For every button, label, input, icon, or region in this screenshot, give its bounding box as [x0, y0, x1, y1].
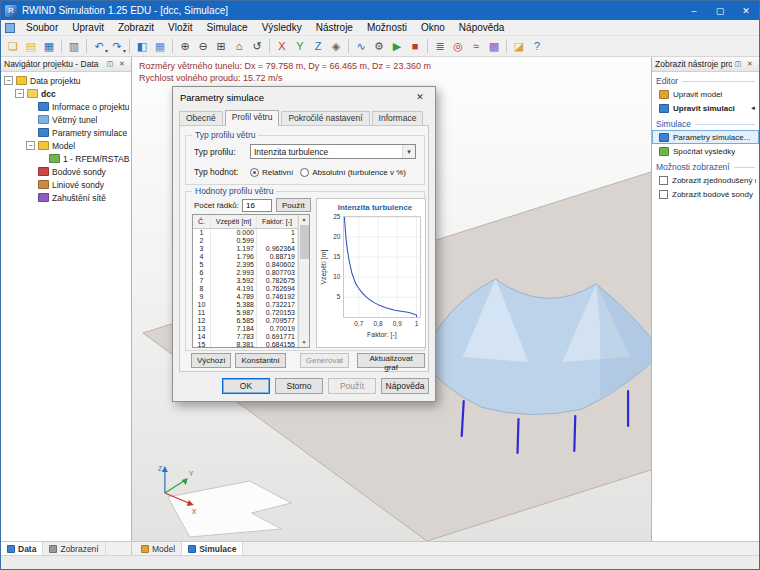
table-row[interactable]: 126.5850.709577	[193, 317, 298, 325]
tab-informace[interactable]: Informace	[372, 111, 424, 125]
point-probe-icon[interactable]: ◎	[449, 38, 467, 55]
aktualizovat-graf-button[interactable]: Aktualizovat graf	[357, 353, 425, 368]
table-row[interactable]: 94.7890.746192	[193, 293, 298, 301]
tree-item-bodove-sondy[interactable]: Bodové sondy	[1, 165, 131, 178]
results-icon[interactable]: ≣	[431, 38, 449, 55]
profile-type-select[interactable]: Intenzita turbulence ▾	[250, 144, 416, 159]
scroll-down-icon[interactable]: ▼	[302, 338, 307, 347]
zoom-window-icon[interactable]: ⊞	[212, 38, 230, 55]
view-y-icon[interactable]: Y	[291, 38, 309, 55]
menu-vlozit[interactable]: Vložit	[161, 21, 199, 34]
apply-rows-button[interactable]: Použít	[276, 198, 311, 212]
tree-item-parametry-simulace[interactable]: Parametry simulace	[1, 126, 131, 139]
table-row[interactable]: 137.1840.70019	[193, 325, 298, 333]
tree-item-dcc[interactable]: −dcc	[1, 87, 131, 100]
open-project-icon[interactable]: ▤	[22, 38, 40, 55]
vychozi-button[interactable]: Výchozí	[191, 353, 231, 368]
undo-icon[interactable]: ↶▾	[90, 38, 108, 55]
menu-nastroje[interactable]: Nástroje	[309, 21, 360, 34]
mesh-refinement-icon[interactable]: ▩	[485, 38, 503, 55]
project-navigator-icon[interactable]: ◧	[133, 38, 151, 55]
view-x-icon[interactable]: X	[273, 38, 291, 55]
menu-upravit[interactable]: Upravit	[65, 21, 111, 34]
radio-relative[interactable]: Relativní	[250, 168, 293, 177]
maximize-button[interactable]: ▢	[707, 1, 733, 20]
tree-expander-icon[interactable]: −	[26, 141, 35, 150]
viewport-3d[interactable]: Z X Y Rozměry větrného tunelu: Dx = 79.7…	[132, 57, 651, 541]
table-scrollbar[interactable]: ▲ ▼	[298, 215, 309, 347]
panel-close-icon[interactable]: ✕	[116, 60, 128, 68]
tab-profil-vetru[interactable]: Profil větru	[225, 110, 280, 126]
simulation-parameters-icon[interactable]: ⚙	[370, 38, 388, 55]
table-row[interactable]: 52.3950.840602	[193, 261, 298, 269]
tree-item-1-rfem-rstab-modell[interactable]: 1 - RFEM/RSTAB Modell	[1, 152, 131, 165]
chevron-down-icon[interactable]: ▾	[402, 145, 415, 158]
fit-view-icon[interactable]: ⌂	[230, 38, 248, 55]
scrollbar-thumb[interactable]	[300, 225, 309, 259]
model-footprint-outline[interactable]	[168, 481, 292, 537]
scroll-up-icon[interactable]: ▲	[302, 215, 307, 224]
tree-item-model[interactable]: −Model	[1, 139, 131, 152]
wind-profile-icon[interactable]: ∿	[352, 38, 370, 55]
tree-expander-icon[interactable]: −	[15, 89, 24, 98]
tables-icon[interactable]: ▦	[151, 38, 169, 55]
table-row[interactable]: 147.7830.691771	[193, 333, 298, 341]
pouzit-button[interactable]: Použít	[328, 378, 376, 394]
menu-zobrazit[interactable]: Zobrazit	[111, 21, 161, 34]
table-header-faktor[interactable]: Faktor: [-]	[257, 215, 298, 228]
start-calculation-icon[interactable]: ▶	[388, 38, 406, 55]
konstantni-button[interactable]: Konstantní	[235, 353, 285, 368]
dialog-titlebar[interactable]: Parametry simulace ✕	[173, 87, 435, 107]
zoom-in-icon[interactable]: ⊕	[176, 38, 194, 55]
tab-simulace[interactable]: Simulace	[182, 542, 243, 555]
minimize-button[interactable]: –	[681, 1, 707, 20]
generovat-button[interactable]: Generovat	[300, 353, 349, 368]
tree-item-zahusteni-site[interactable]: Zahuštění sítě	[1, 191, 131, 204]
save-project-icon[interactable]: ▦	[40, 38, 58, 55]
panel-item-zobrazit-zjednoduseny-model[interactable]: Zobrazit zjednodušený model	[652, 173, 759, 187]
table-row[interactable]: 115.9870.720153	[193, 309, 298, 317]
napoveda-button[interactable]: Nápověda	[381, 378, 429, 394]
table-row[interactable]: 31.1970.962364	[193, 245, 298, 253]
menu-soubor[interactable]: Soubor	[19, 21, 65, 34]
row-count-input[interactable]	[242, 199, 272, 212]
panel-item-spocitat-vysledky[interactable]: Spočítat výsledky	[652, 144, 759, 158]
print-icon[interactable]: ▥	[65, 38, 83, 55]
table-row[interactable]: 73.5920.782675	[193, 277, 298, 285]
checkbox-icon[interactable]	[659, 190, 668, 199]
line-probe-icon[interactable]: ≈	[467, 38, 485, 55]
simplified-model-icon[interactable]: ◪	[510, 38, 528, 55]
menu-moznosti[interactable]: Možnosti	[360, 21, 414, 34]
table-row[interactable]: 84.1910.762694	[193, 285, 298, 293]
redo-icon[interactable]: ↷▾	[108, 38, 126, 55]
help-icon[interactable]: ?	[528, 38, 546, 55]
tab-zobrazeni[interactable]: Zobrazení	[43, 542, 105, 555]
tree-expander-icon[interactable]: −	[4, 76, 13, 85]
tree-item-informace-o-projektu[interactable]: Informace o projektu	[1, 100, 131, 113]
panel-item-upravit-model[interactable]: Upravit model	[652, 87, 759, 101]
panel-item-parametry-simulace[interactable]: Parametry simulace...	[652, 130, 759, 144]
tab-obecne[interactable]: Obecné	[179, 111, 223, 125]
checkbox-icon[interactable]	[659, 176, 668, 185]
menu-okno[interactable]: Okno	[414, 21, 452, 34]
panel-close-icon[interactable]: ✕	[744, 60, 756, 68]
isometric-view-icon[interactable]: ◈	[327, 38, 345, 55]
tab-data[interactable]: Data	[1, 542, 43, 555]
close-button[interactable]: ✕	[733, 1, 759, 20]
dialog-close-icon[interactable]: ✕	[405, 87, 435, 107]
tab-pokrocile-nastaveni[interactable]: Pokročilé nastavení	[281, 111, 369, 125]
zoom-out-icon[interactable]: ⊖	[194, 38, 212, 55]
panel-item-upravit-simulaci[interactable]: Upravit simulaci◄	[652, 101, 759, 115]
pin-icon[interactable]: ◫	[732, 60, 744, 68]
tree-item-data-projektu[interactable]: −Data projektu	[1, 74, 131, 87]
table-header-c[interactable]: Č.	[193, 215, 211, 228]
table-row[interactable]: 105.3880.732217	[193, 301, 298, 309]
table-row[interactable]: 41.7960.88719	[193, 253, 298, 261]
table-row[interactable]: 20.5991	[193, 237, 298, 245]
table-header-vzepeti-m[interactable]: Vzepětí [m]	[211, 215, 257, 228]
panel-item-zobrazit-bodove-sondy[interactable]: Zobrazit bodové sondy	[652, 187, 759, 201]
pin-icon[interactable]: ◫	[104, 60, 116, 68]
previous-view-icon[interactable]: ↺	[248, 38, 266, 55]
menu-napoveda[interactable]: Nápověda	[452, 21, 512, 34]
ok-button[interactable]: OK	[222, 378, 270, 394]
